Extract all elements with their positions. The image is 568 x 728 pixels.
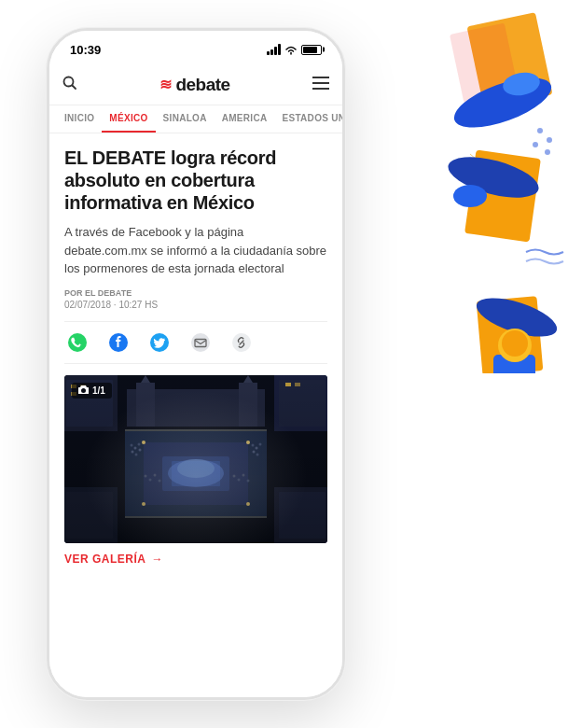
svg-point-4 <box>537 128 543 133</box>
image-counter-badge: 1/1 <box>72 383 112 399</box>
svg-point-11 <box>453 185 487 207</box>
article-content: EL DEBATE logra récord absoluto en cober… <box>49 133 342 566</box>
svg-rect-12 <box>477 296 544 373</box>
svg-point-10 <box>444 149 543 206</box>
nav-tabs: INICIO MÉXICO SINALOA AMERICA ESTADOS UN… <box>49 105 342 133</box>
status-icons <box>267 44 322 55</box>
svg-rect-8 <box>464 150 541 243</box>
tab-america[interactable]: AMERICA <box>215 105 275 133</box>
tab-sinaloa[interactable]: SINALOA <box>156 105 215 133</box>
article-author: POR EL DEBATE <box>64 287 327 300</box>
svg-point-16 <box>502 330 528 357</box>
signal-icon <box>267 44 281 55</box>
svg-rect-14 <box>493 355 535 373</box>
svg-point-6 <box>533 142 538 147</box>
app-navbar: ≋ debate <box>49 64 342 105</box>
battery-icon <box>301 45 322 55</box>
article-image: 1/1 <box>64 375 327 543</box>
svg-point-29 <box>191 333 210 352</box>
svg-rect-0 <box>466 12 552 109</box>
svg-point-26 <box>68 333 87 352</box>
svg-point-13 <box>472 290 561 344</box>
svg-point-15 <box>498 329 532 362</box>
article-meta: POR EL DEBATE 02/07/2018 · 10:27 HS <box>64 287 327 313</box>
phone-device: 10:39 <box>47 28 345 700</box>
svg-line-9 <box>470 154 503 182</box>
app-logo: ≋ debate <box>159 75 229 95</box>
tab-estados[interactable]: ESTADOS UNID... <box>274 105 342 133</box>
email-share-button[interactable] <box>187 329 214 356</box>
view-gallery-label: VER GALERÍA <box>64 553 146 566</box>
tab-mexico[interactable]: MÉXICO <box>102 105 155 133</box>
twitter-share-button[interactable] <box>146 329 173 356</box>
wifi-icon <box>284 45 298 55</box>
social-share-bar <box>64 321 327 364</box>
svg-point-3 <box>501 70 542 99</box>
tab-inicio[interactable]: INICIO <box>57 105 102 133</box>
svg-rect-1 <box>450 23 519 104</box>
image-overlay <box>64 375 327 543</box>
svg-point-7 <box>545 149 550 155</box>
status-time: 10:39 <box>70 43 101 57</box>
logo-text: debate <box>175 75 229 95</box>
camera-icon <box>78 385 89 396</box>
image-count: 1/1 <box>92 385 105 396</box>
svg-point-5 <box>547 137 552 143</box>
whatsapp-share-button[interactable] <box>64 329 90 356</box>
article-excerpt: A través de Facebook y la página debate.… <box>64 223 327 278</box>
menu-icon[interactable] <box>312 75 329 94</box>
search-icon[interactable] <box>62 76 77 94</box>
phone-content: ≋ debate INICIO MÉXICO SINALOA AMERICA E <box>49 64 342 697</box>
article-date: 02/07/2018 · 10:27 HS <box>64 299 327 312</box>
view-gallery-link[interactable]: VER GALERÍA → <box>64 543 327 566</box>
facebook-share-button[interactable] <box>105 329 132 356</box>
svg-point-2 <box>448 67 557 137</box>
logo-icon: ≋ <box>159 76 172 93</box>
status-bar: 10:39 <box>49 31 342 64</box>
view-gallery-arrow: → <box>152 553 164 566</box>
phone-shell: 10:39 <box>47 28 345 700</box>
illustration <box>381 0 568 728</box>
link-share-button[interactable] <box>229 329 255 356</box>
article-title: EL DEBATE logra récord absoluto en cober… <box>64 147 327 214</box>
svg-line-22 <box>73 85 76 89</box>
